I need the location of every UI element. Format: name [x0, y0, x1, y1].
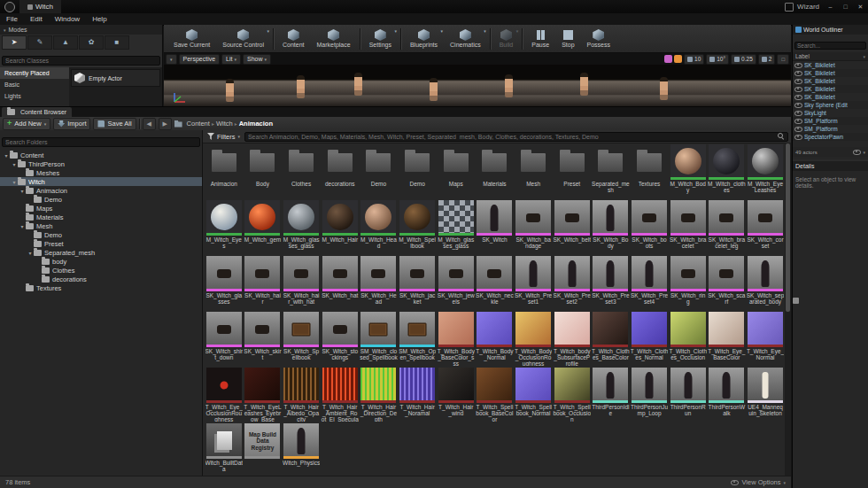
- folder-tree-item-decorations[interactable]: decorations: [0, 275, 202, 283]
- asset-tile-sk-witch-preset1[interactable]: SK_Witch_Preset1: [515, 256, 553, 310]
- surface-snap-icon[interactable]: [674, 55, 682, 63]
- mode-tab-landscape[interactable]: ▲: [53, 35, 78, 50]
- asset-tile-map-build-data-registry[interactable]: Map Build Data Registry: [244, 423, 282, 476]
- asset-tile-sk-witch-ring[interactable]: SK_Witch_ring: [669, 256, 707, 310]
- mode-tab-place[interactable]: ➤: [2, 35, 27, 50]
- asset-tile-thirdpersonidle[interactable]: ThirdPersonIdle: [592, 368, 630, 422]
- folder-tile-clothes[interactable]: Clothes: [283, 144, 321, 198]
- toolbar-cinematics-button[interactable]: ▾Cinematics: [444, 25, 487, 52]
- asset-tile-t-witch-body-subsurfaceprofile[interactable]: T_Witch_body_SubsurfaceProfile: [553, 312, 591, 366]
- folder-tree-item-body[interactable]: body: [0, 257, 202, 266]
- asset-search-input[interactable]: [244, 132, 788, 142]
- import-button[interactable]: Import: [53, 118, 90, 130]
- folder-tile-body[interactable]: Body: [244, 144, 282, 198]
- asset-tile-t-witch-hair-direction-depth[interactable]: T_Witch_Hair_Direction_Depth: [360, 368, 398, 422]
- expand-arrow-icon[interactable]: ▾: [11, 161, 18, 167]
- folder-tree-item-witch[interactable]: ▾Witch: [0, 177, 202, 186]
- path-picker-icon[interactable]: [174, 120, 182, 128]
- asset-tile-m-witch-spellbook[interactable]: M_Witch_Spellbook: [399, 200, 437, 254]
- search-folders-input[interactable]: [2, 137, 200, 147]
- asset-tile-sm-witch-closed-spellbook[interactable]: SM_Witch_closed_Spellbook: [360, 312, 398, 366]
- asset-tile-sk-witch-scarf[interactable]: SK_Witch_scarf: [708, 256, 746, 310]
- breadcrumb-witch[interactable]: Witch: [214, 120, 235, 128]
- asset-tile-sk-witch-separated-body[interactable]: SK_Witch_separated_body: [747, 256, 785, 310]
- outliner-row[interactable]: SK_Bikilelet: [793, 69, 868, 77]
- scale-snap-control[interactable]: 0.25: [731, 54, 756, 65]
- asset-tile-sk-witch-preset2[interactable]: SK_Witch_Preset2: [553, 256, 591, 310]
- asset-tile-t-witch-body-normal[interactable]: T_Witch_Body_Normal: [476, 312, 514, 366]
- asset-tile-sk-witch-bandage[interactable]: SK_Witch_bandage: [515, 200, 553, 254]
- folder-tile-maps[interactable]: Maps: [437, 144, 475, 198]
- toolbar-possess-button[interactable]: Possess: [581, 25, 616, 52]
- asset-tile-m-witch-gem[interactable]: M_Witch_gem: [244, 200, 282, 254]
- search-classes-input[interactable]: [2, 56, 160, 66]
- folder-tile-mesh[interactable]: Mesh: [515, 144, 553, 198]
- outliner-column-header[interactable]: Label ▾: [793, 52, 868, 61]
- toolbar-content-button[interactable]: Content: [276, 25, 311, 52]
- folder-tile-textures[interactable]: Textures: [631, 144, 669, 198]
- folder-tree-item-meshes[interactable]: Meshes: [0, 168, 202, 177]
- asset-tile-witch-physics[interactable]: Witch_Physics: [283, 423, 321, 476]
- asset-tile-t-witch-body-occlusionroughness[interactable]: T_Witch_Body_OcclusionRoughness: [515, 312, 553, 366]
- folder-tile-demo[interactable]: Demo: [360, 144, 398, 198]
- folder-tree-item-clothes[interactable]: Clothes: [0, 266, 202, 275]
- asset-tile-m-witch-hair[interactable]: M_Witch_Hair: [321, 200, 359, 254]
- menu-edit[interactable]: Edit: [24, 15, 49, 23]
- camera-speed-control[interactable]: 2: [758, 54, 776, 65]
- asset-tile-sk-witch-skirt[interactable]: SK_Witch_skirt: [244, 312, 282, 366]
- asset-tile-t-witch-clothes-occlusion[interactable]: T_Witch_Clothes_Occlusion: [669, 312, 707, 366]
- asset-tile-t-witch-hair-noramal[interactable]: T_Witch_Hair_Noramal: [399, 368, 437, 422]
- asset-tile-thirdpersonjump-loop[interactable]: ThirdPersonJump_Loop: [631, 368, 669, 422]
- asset-tile-sk-witch-body[interactable]: SK_Witch_Body: [592, 200, 630, 254]
- viewport-scene[interactable]: [164, 65, 791, 106]
- expand-arrow-icon[interactable]: ▾: [3, 152, 10, 159]
- folder-tree-item-content[interactable]: ▾Content: [0, 151, 202, 159]
- menu-file[interactable]: File: [0, 15, 24, 23]
- asset-tile-sk-witch[interactable]: SK_Witch: [476, 200, 514, 254]
- viewport-show-button[interactable]: Show▾: [243, 54, 271, 65]
- breadcrumb-content[interactable]: Content: [185, 120, 212, 128]
- mode-tab-paint[interactable]: ✎: [27, 35, 52, 50]
- folder-tile-animacion[interactable]: Animacion: [205, 144, 244, 198]
- asset-tile-sk-witch-boots[interactable]: SK_Witch_boots: [631, 200, 669, 254]
- outliner-row[interactable]: SM_Platform: [793, 125, 868, 133]
- outliner-row[interactable]: SK_Bikilelet: [793, 85, 868, 93]
- asset-tile-t-witch-hair-albedo-opacity[interactable]: T_Witch_Hair_Albedo_Opacity: [283, 368, 321, 422]
- folder-tree-item-thirdperson[interactable]: ▾ThirdPerson: [0, 159, 202, 168]
- viewport-options-button[interactable]: ▾: [166, 54, 177, 65]
- outliner-row[interactable]: Sky Sphere (Edit: [793, 101, 868, 109]
- folder-tree-item-maps[interactable]: Maps: [0, 204, 202, 213]
- menu-help[interactable]: Help: [86, 15, 112, 23]
- grid-scrollbar[interactable]: [785, 143, 791, 476]
- visibility-eye-icon[interactable]: [794, 135, 802, 140]
- asset-tile-sk-witch-glasses[interactable]: SK_Witch_glasses: [205, 256, 244, 310]
- folder-tile-decorations[interactable]: decorations: [321, 144, 359, 198]
- gamepad-icon[interactable]: [664, 55, 672, 63]
- world-outliner-header[interactable]: World Outliner: [793, 25, 868, 35]
- asset-tile-ue4-mannequin-skeleton[interactable]: UE4_Mannequin_Skeleton: [747, 368, 785, 422]
- visibility-eye-icon[interactable]: [794, 79, 802, 84]
- asset-tile-sk-witch-shirt-down[interactable]: SK_Witch_shirt_down: [205, 312, 244, 366]
- folder-tile-materials[interactable]: Materials: [476, 144, 514, 198]
- breadcrumb-animacion[interactable]: Animacion: [237, 120, 275, 128]
- minimize-button[interactable]: –: [823, 1, 838, 12]
- visibility-eye-icon[interactable]: [794, 111, 802, 116]
- asset-tile-sk-witch-neckle[interactable]: SK_Witch_neckle: [476, 256, 514, 310]
- visibility-eye-icon[interactable]: [794, 95, 802, 100]
- asset-tile-sk-witch-jacket[interactable]: SK_Witch_jacket: [399, 256, 437, 310]
- outliner-view-options-button[interactable]: ▾: [853, 150, 865, 155]
- asset-tile-m-witch-clothes[interactable]: M_Witch_clothes: [708, 144, 746, 198]
- outliner-search-input[interactable]: [794, 42, 866, 50]
- mode-tab-geometry[interactable]: ■: [105, 35, 129, 50]
- folder-tree-item-mesh[interactable]: ▾Mesh: [0, 221, 202, 230]
- close-button[interactable]: ✕: [853, 1, 868, 12]
- toolbar-build-button[interactable]: ▾Build: [493, 25, 520, 52]
- asset-tile-t-witch-hair-ambient-root-el-specular[interactable]: T_Witch_Hair_Ambient_Root_El_Specular: [321, 368, 359, 422]
- folder-tree-item-materials[interactable]: Materials: [0, 213, 202, 221]
- viewport[interactable]: ▾ PerspectiveLit▾Show▾ 1010°0.252 □: [164, 53, 791, 106]
- outliner-row[interactable]: SkyLight: [793, 109, 868, 117]
- visibility-eye-icon[interactable]: [794, 103, 802, 108]
- view-options-button[interactable]: View Options ▾: [731, 478, 786, 486]
- expand-arrow-icon[interactable]: ▾: [19, 223, 26, 229]
- viewport-perspective-button[interactable]: Perspective: [179, 54, 221, 65]
